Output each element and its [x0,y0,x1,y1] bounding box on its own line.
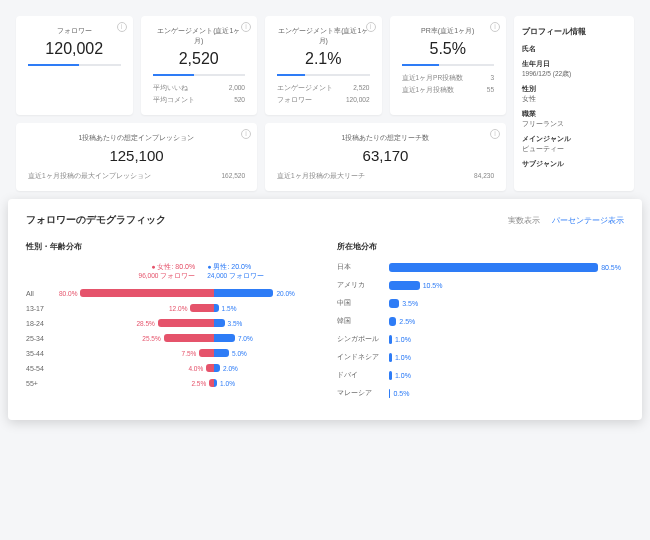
metric-bar [402,64,495,66]
gender-legend: ● 女性: 80.0% 96,000 フォロワー ● 男性: 20.0% 24,… [26,262,313,281]
location-label: 韓国 [337,316,389,326]
profile-item: 生年月日1996/12/5 (22歳) [522,60,626,79]
age-label: All [26,290,56,297]
location-bar [389,281,420,290]
male-pct: 3.5% [225,320,246,327]
female-pct: 7.5% [179,350,200,357]
metric-label: フォロワー [28,26,121,36]
profile-panel: プロフィール情報 氏名生年月日1996/12/5 (22歳)性別女性職業フリーラ… [514,16,634,191]
metric-bar [28,64,121,66]
female-pct: 28.5% [133,320,157,327]
male-bar [214,349,229,357]
info-icon[interactable]: i [241,22,251,32]
metric-card: i PR率(直近1ヶ月) 5.5% 直近1ヶ月PR投稿数3直近1ヶ月投稿数55 [390,16,507,115]
location-pct: 1.0% [392,354,414,361]
metric-card: i エンゲージメント率(直近1ヶ月) 2.1% エンゲージメント2,520フォロ… [265,16,382,115]
age-label: 25-34 [26,335,56,342]
toggle-count[interactable]: 実数表示 [508,216,540,225]
metric-label: 1投稿あたりの想定インプレッション [28,133,245,143]
location-pct: 10.5% [420,282,446,289]
female-bar [164,334,214,342]
age-label: 13-17 [26,305,56,312]
female-bar [190,304,214,312]
male-bar [214,334,235,342]
profile-item: 氏名 [522,45,626,54]
location-pct: 1.0% [392,372,414,379]
age-row: 18-24 28.5% 3.5% [26,319,313,327]
age-label: 45-54 [26,365,56,372]
metric-value: 125,100 [28,147,245,164]
metric-value: 2.1% [277,50,370,68]
location-label: ドバイ [337,370,389,380]
location-bar [389,317,396,326]
male-bar [214,319,224,327]
male-pct: 1.0% [217,380,238,387]
profile-heading: プロフィール情報 [522,26,626,37]
female-pct: 2.5% [188,380,209,387]
location-label: シンガポール [337,334,389,344]
location-pct: 1.0% [392,336,414,343]
metric-value: 5.5% [402,40,495,58]
profile-item: 性別女性 [522,85,626,104]
age-row: 25-34 25.5% 7.0% [26,334,313,342]
age-row: 55+ 2.5% 1.0% [26,379,313,387]
info-icon[interactable]: i [117,22,127,32]
metric-label: 1投稿あたりの想定リーチ数 [277,133,494,143]
location-bar [389,263,598,272]
metric-card: i フォロワー 120,002 [16,16,133,115]
metric-value: 120,002 [28,40,121,58]
location-label: マレーシア [337,388,389,398]
female-bar [158,319,214,327]
info-icon[interactable]: i [241,129,251,139]
male-dot-icon: ● [207,263,211,270]
female-pct: 80.0% [56,290,80,297]
demographics-title: フォロワーのデモグラフィック [26,213,166,227]
info-icon[interactable]: i [490,129,500,139]
location-row: インドネシア 1.0% [337,352,624,362]
age-row: All 80.0% 20.0% [26,289,313,297]
age-label: 18-24 [26,320,56,327]
wide-metric-card: i 1投稿あたりの想定リーチ数 63,170 直近1ヶ月投稿の最大リーチ84,2… [265,123,506,191]
location-row: 日本 80.5% [337,262,624,272]
toggle-percent[interactable]: パーセンテージ表示 [552,216,624,225]
profile-item: サブジャンル [522,160,626,169]
location-row: マレーシア 0.5% [337,388,624,398]
age-label: 55+ [26,380,56,387]
location-label: 日本 [337,262,389,272]
location-pct: 2.5% [396,318,418,325]
location-bar [389,299,399,308]
location-row: 韓国 2.5% [337,316,624,326]
info-icon[interactable]: i [366,22,376,32]
metric-label: エンゲージメント(直近1ヶ月) [153,26,246,46]
metric-label: PR率(直近1ヶ月) [402,26,495,36]
female-dot-icon: ● [151,263,155,270]
location-pct: 0.5% [390,390,412,397]
location-pct: 80.5% [598,264,624,271]
male-pct: 7.0% [235,335,256,342]
metric-value: 63,170 [277,147,494,164]
location-label: インドネシア [337,352,389,362]
demographics-panel: フォロワーのデモグラフィック 実数表示 パーセンテージ表示 性別・年齢分布 ● … [8,199,642,420]
location-row: 中国 3.5% [337,298,624,308]
female-pct: 12.0% [166,305,190,312]
male-bar [214,289,273,297]
metric-value: 2,520 [153,50,246,68]
location-label: 中国 [337,298,389,308]
metric-label: エンゲージメント率(直近1ヶ月) [277,26,370,46]
male-pct: 20.0% [273,290,297,297]
age-row: 45-54 4.0% 2.0% [26,364,313,372]
info-icon[interactable]: i [490,22,500,32]
age-gender-heading: 性別・年齢分布 [26,241,313,252]
display-toggle: 実数表示 パーセンテージ表示 [508,215,624,226]
age-label: 35-44 [26,350,56,357]
age-row: 35-44 7.5% 5.0% [26,349,313,357]
metric-card: i エンゲージメント(直近1ヶ月) 2,520 平均いいね2,000平均コメント… [141,16,258,115]
male-pct: 5.0% [229,350,250,357]
female-pct: 25.5% [139,335,163,342]
male-pct: 1.5% [219,305,240,312]
female-bar [199,349,214,357]
male-pct: 2.0% [220,365,241,372]
location-row: アメリカ 10.5% [337,280,624,290]
metric-bar [277,74,370,76]
female-pct: 4.0% [185,365,206,372]
